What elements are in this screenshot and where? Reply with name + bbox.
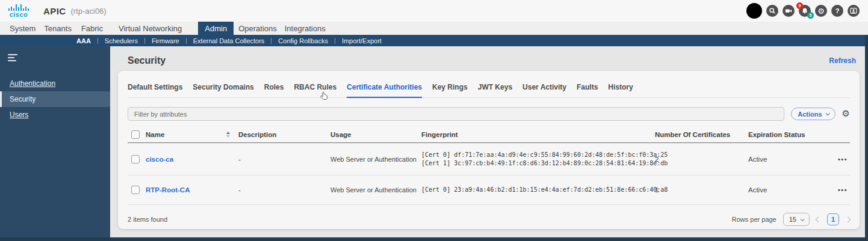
column-header-name: Name <box>146 131 164 138</box>
collapse-menu-icon[interactable] <box>8 54 19 61</box>
tab-default-settings[interactable]: Default Settings <box>128 83 182 97</box>
current-page-button[interactable]: 1 <box>827 213 839 225</box>
ca-name-link[interactable]: RTP-Root-CA <box>146 186 238 194</box>
tab-history[interactable]: History <box>608 83 633 97</box>
subnav-separator <box>144 38 145 44</box>
table-row: cisco-ca - Web Server or Authentication … <box>128 143 850 175</box>
sort-icon[interactable] <box>226 132 230 138</box>
items-found-label: 2 items found <box>128 216 167 223</box>
top-bar: cisco APIC (rtp-aci06) 9 5 ⚙ <box>0 0 868 22</box>
tab-security-domains[interactable]: Security Domains <box>193 83 253 97</box>
subnav-item-config-rollbacks[interactable]: Config Rollbacks <box>278 37 328 44</box>
subnav-separator <box>98 38 98 44</box>
cisco-logo: cisco <box>8 4 29 18</box>
nav-item-virtual-networking[interactable]: Virtual Networking <box>119 22 182 35</box>
subnav-item-firmware[interactable]: Firmware <box>152 37 179 44</box>
nav-item-integrations[interactable]: Integrations <box>285 22 326 35</box>
user-manual-icon[interactable] <box>848 5 860 17</box>
left-sidebar: Authentication Security Users <box>0 46 110 241</box>
sidebar-item-users[interactable]: Users <box>0 107 110 123</box>
video-camera-icon[interactable] <box>783 5 795 17</box>
security-tabs: Default Settings Security Domains Roles … <box>128 71 850 98</box>
cell-usage: Web Server or Authentication <box>330 156 421 163</box>
row-checkbox[interactable] <box>131 155 140 163</box>
table-header-row: Name Description Usage Fingerprint Numbe… <box>128 127 850 143</box>
subnav-separator <box>335 38 335 44</box>
ca-name-link[interactable]: cisco-ca <box>146 156 238 163</box>
rows-per-page-select[interactable]: 15 <box>783 213 810 226</box>
help-icon[interactable]: ? <box>831 5 843 17</box>
nav-item-tenants[interactable]: Tenants <box>44 22 72 35</box>
cell-number-of-certificates: 1 <box>655 186 748 194</box>
cell-expiration-status: Active <box>748 186 832 194</box>
sidebar-item-authentication[interactable]: Authentication <box>0 76 110 91</box>
alert-badge-critical[interactable]: 9 <box>796 2 803 9</box>
alert-badge-info[interactable]: 5 <box>807 12 814 19</box>
main-content: Security Refresh Default Settings Securi… <box>110 46 868 241</box>
row-checkbox[interactable] <box>131 186 140 194</box>
rows-per-page-label: Rows per page <box>732 216 777 223</box>
search-icon[interactable] <box>766 5 778 17</box>
tab-rbac-rules[interactable]: RBAC Rules <box>294 83 336 97</box>
cell-number-of-certificates: 2 <box>655 156 748 163</box>
nav-item-operations[interactable]: Operations <box>238 22 277 35</box>
certificate-authorities-table: Name Description Usage Fingerprint Numbe… <box>128 127 850 205</box>
tab-key-rings[interactable]: Key Rings <box>432 83 468 97</box>
sidebar-item-security[interactable]: Security <box>0 91 110 107</box>
subnav-item-external-data-collectors[interactable]: External Data Collectors <box>193 37 265 44</box>
refresh-button[interactable]: Refresh <box>829 56 856 65</box>
cisco-logo-bars-icon <box>8 4 29 11</box>
select-all-checkbox[interactable] <box>131 130 140 139</box>
chevron-down-icon <box>801 217 805 221</box>
screen-edge-right <box>865 35 868 241</box>
user-avatar[interactable] <box>746 3 762 19</box>
nav-item-system[interactable]: System <box>10 22 36 35</box>
subnav-item-aaa[interactable]: AAA <box>76 37 91 44</box>
column-header-fingerprint: Fingerprint <box>421 131 655 138</box>
tab-user-activity[interactable]: User Activity <box>522 83 566 97</box>
table-footer: 2 items found Rows per page 15 1 <box>128 213 850 226</box>
admin-sub-nav: AAA Schedulers Firmware External Data Co… <box>0 35 868 46</box>
next-page-icon[interactable] <box>845 216 851 222</box>
cell-fingerprint: [Cert 0] 23:a9:4a:46:b2:d1:1b:15:e4:4a:e… <box>421 186 655 194</box>
cell-expiration-status: Active <box>748 156 832 163</box>
previous-page-icon[interactable] <box>816 216 822 222</box>
column-header-description: Description <box>238 131 330 138</box>
subnav-separator <box>186 38 187 44</box>
column-header-expiration-status: Expiration Status <box>748 131 832 138</box>
screen-edge-bottom <box>0 237 868 241</box>
top-icon-group: 9 5 ⚙ ? <box>746 3 860 19</box>
primary-nav: System Tenants Fabric Virtual Networking… <box>0 22 868 35</box>
mouse-cursor-hand-icon <box>319 91 329 102</box>
column-header-number-of-certificates: Number Of Certificates <box>655 131 748 138</box>
cell-fingerprint: [Cert 0] df:71:7e:aa:4a:d9:4e:c9:55:84:9… <box>421 151 655 168</box>
column-header-usage: Usage <box>330 131 421 138</box>
notifications-bell-icon[interactable]: 9 5 <box>799 5 811 17</box>
nav-item-admin[interactable]: Admin <box>198 22 234 35</box>
nav-item-fabric[interactable]: Fabric <box>81 22 103 35</box>
tab-roles[interactable]: Roles <box>264 83 284 97</box>
row-actions-ellipsis-icon[interactable]: ••• <box>832 156 850 163</box>
tab-faults[interactable]: Faults <box>577 83 598 97</box>
tab-jwt-keys[interactable]: JWT Keys <box>478 83 512 97</box>
gear-icon[interactable]: ⚙ <box>815 5 827 17</box>
chevron-down-icon <box>825 111 829 115</box>
app-subtitle: (rtp-aci06) <box>70 7 106 16</box>
table-row: RTP-Root-CA - Web Server or Authenticati… <box>128 175 850 205</box>
page-title: Security <box>128 55 166 66</box>
row-actions-ellipsis-icon[interactable]: ••• <box>832 186 850 194</box>
actions-button[interactable]: Actions <box>791 108 835 120</box>
subnav-separator <box>271 38 271 44</box>
table-toolbar: Actions ⚙ <box>128 107 850 121</box>
app-title: APIC <box>43 6 66 16</box>
cell-description: - <box>238 186 330 194</box>
subnav-item-import-export[interactable]: Import/Export <box>342 37 382 44</box>
tab-certificate-authorities[interactable]: Certificate Authorities <box>347 83 422 98</box>
security-card: Default Settings Security Domains Roles … <box>118 71 860 229</box>
cisco-brand-text: cisco <box>10 11 28 18</box>
table-settings-gear-icon[interactable]: ⚙ <box>842 109 850 118</box>
cell-description: - <box>238 156 330 163</box>
cell-usage: Web Server or Authentication <box>330 186 421 194</box>
subnav-item-schedulers[interactable]: Schedulers <box>105 37 138 44</box>
filter-input[interactable] <box>128 107 784 121</box>
